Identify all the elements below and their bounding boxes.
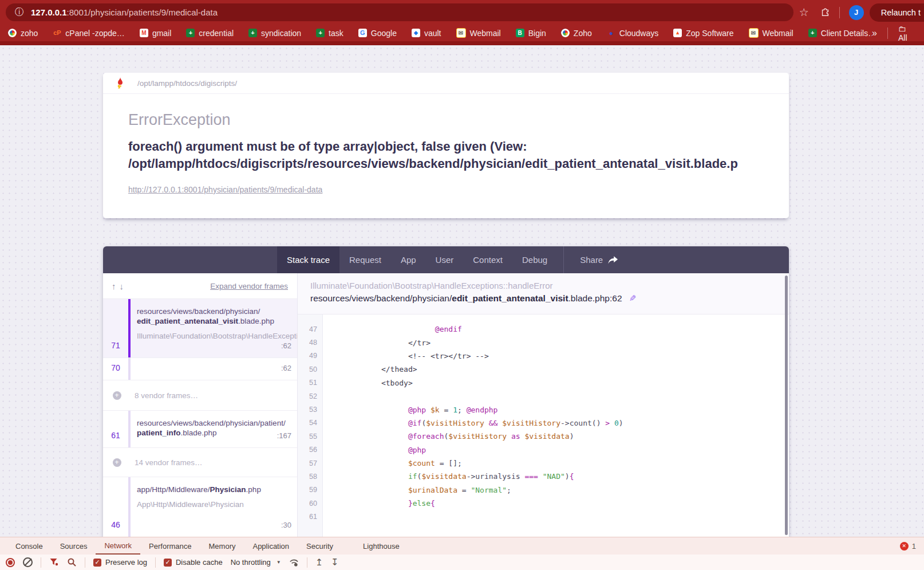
export-har-icon[interactable]: ↧ [331,558,338,567]
bookmark-item[interactable]: +credential [186,29,234,38]
devtools-tab-network[interactable]: Network [96,537,140,555]
bookmark-item[interactable]: Mgmail [140,29,171,38]
code-scrollbar[interactable] [785,276,788,535]
page-info-icon[interactable]: ⓘ [15,6,24,18]
clear-network-log-button[interactable] [23,557,33,567]
bookmark-item[interactable]: Zoho [561,29,592,38]
tab-request[interactable]: Request [339,246,391,273]
code-line-number: 47 [298,323,323,336]
code-pane-header: Illuminate\Foundation\Bootstrap\HandleEx… [298,273,789,315]
stack-frame[interactable]: 46app/Http/Middleware/Physician.phpApp\H… [103,477,297,537]
bookmark-item[interactable]: +Client Details… [808,29,872,38]
devtools-tab-security[interactable]: Security [298,537,342,555]
code-line-text: <!-- <tr></tr> --> [323,352,489,360]
code-line-number: 51 [298,376,323,390]
import-har-icon[interactable]: ↥ [315,558,323,567]
edit-in-editor-icon[interactable]: ✎ [629,293,637,304]
url-bar[interactable]: ⓘ 127.0.0.1:8001/physician/patients/9/me… [6,3,793,21]
all-bookmarks-folder[interactable]: 🗀 All [898,24,916,42]
frame-line-number: 71 [103,299,128,357]
code-token: && [484,419,502,427]
filter-icon[interactable] [49,557,59,567]
bookmark-item[interactable]: +syndication [248,29,301,38]
profile-avatar[interactable]: J [849,5,864,20]
code-pane: Illuminate\Foundation\Bootstrap\HandleEx… [298,273,789,537]
devtools-error-badge[interactable]: ✕ 1 [900,537,924,555]
code-line: 59 $urinalData = "Normal"; [298,483,789,497]
bookmark-item[interactable]: ✉Webmail [456,28,501,38]
bookmark-item[interactable]: ◆vault [412,29,441,38]
frame-path: resources/views/backend/physician/patien… [137,418,273,438]
devtools-tab-sources[interactable]: Sources [52,537,96,555]
bookmark-item[interactable]: zoho [8,29,38,38]
code-line: 54 @if($visitHistory && $visitHistory->c… [298,416,789,430]
disable-cache-checkbox[interactable]: ✓ Disable cache [164,558,223,567]
next-frame-arrow-icon[interactable]: ↓ [120,281,124,291]
devtools-tab-application[interactable]: Application [244,537,298,555]
throttling-value: No throttling [231,558,271,567]
cloudways-favicon-icon: ● [607,29,615,37]
devtools-tab-memory[interactable]: Memory [200,537,244,555]
preserve-log-checkbox[interactable]: ✓ Preserve log [93,558,147,567]
code-line-number: 54 [298,416,323,430]
record-network-log-button[interactable] [6,558,15,567]
bookmark-item[interactable]: ●Cloudways [607,29,658,38]
code-token: ; [507,486,511,494]
share-button[interactable]: Share [570,246,627,273]
vendor-frames-row[interactable]: +8 vendor frames… [103,380,297,411]
bookmark-item[interactable]: ▲Zop Software [673,29,733,38]
search-icon[interactable] [67,557,77,567]
devtools-tab-lighthouse[interactable]: Lighthouse [354,537,408,555]
code-token: = [457,486,471,494]
bookmark-item[interactable]: cPcPanel -zopde… [53,29,125,38]
extensions-icon[interactable] [820,6,830,19]
code-token: { [431,499,435,508]
network-conditions-icon[interactable] [289,557,299,567]
code-line: 52 [298,390,789,403]
devtools-tab-performance[interactable]: Performance [140,537,200,555]
bookmarks-overflow-chevron[interactable]: » [872,28,877,38]
code-line-text: $count = []; [323,459,462,467]
code-line: 48 </tr> [298,336,789,349]
browser-chrome: ⓘ 127.0.0.1:8001/physician/patients/9/me… [0,0,924,45]
vendor-frames-row[interactable]: +14 vendor frames… [103,448,297,477]
devtools-tab-console[interactable]: Console [7,537,52,555]
tab-debug[interactable]: Debug [512,246,557,273]
code-token: "NAD" [543,472,565,481]
code-line: 56 @php [298,443,789,457]
prev-frame-arrow-icon[interactable]: ↑ [112,281,116,291]
expand-vendor-frames-link[interactable]: Expand vendor frames [210,282,288,290]
screen: ⓘ 127.0.0.1:8001/physician/patients/9/me… [0,0,924,570]
code-gutter-pad [298,315,789,323]
preserve-log-label: Preserve log [105,558,147,567]
code-line-number: 55 [298,430,323,443]
bookmark-item[interactable]: BBigin [516,29,546,38]
throttling-dropdown[interactable]: No throttling ▼ [231,558,281,567]
frame-path-file: edit_patient_antenatal_visit [137,317,238,325]
tab-app[interactable]: App [391,246,426,273]
google-favicon-icon: G [358,29,367,37]
code-token: } [408,499,413,508]
bookmark-item[interactable]: GGoogle [358,29,397,38]
bookmark-item[interactable]: ✉Webmail [749,28,793,38]
frame-description: app/Http/Middleware/Physician.phpApp\Htt… [131,477,281,537]
tab-stack-trace[interactable]: Stack trace [277,246,339,273]
bookmark-star-icon[interactable]: ☆ [799,6,809,19]
dropdown-arrow-icon: ▼ [277,560,281,565]
stack-frame[interactable]: 70:62 [103,358,297,380]
stack-trace-content: ↑ ↓ Expand vendor frames 71resources/vie… [103,273,789,537]
code-line: 49 <!-- <tr></tr> --> [298,349,789,363]
bookmark-label: zoho [21,29,38,38]
stack-frame[interactable]: 71resources/views/backend/physician/edit… [103,299,297,358]
stack-frame[interactable]: 61resources/views/backend/physician/pati… [103,411,297,448]
tab-context[interactable]: Context [463,246,512,273]
frame-line-number: 70 [103,358,128,380]
request-url-link[interactable]: http://127.0.0.1:8001/physician/patients… [128,185,322,194]
bookmark-item[interactable]: +task [316,29,343,38]
bookmark-label: Google [371,29,397,38]
code-line-text: @php [323,446,426,454]
tab-user[interactable]: User [426,246,464,273]
relaunch-button[interactable]: Relaunch t [870,3,924,22]
frame-description: resources/views/backend/physician/patien… [131,411,277,447]
code-token: ; [457,406,467,414]
